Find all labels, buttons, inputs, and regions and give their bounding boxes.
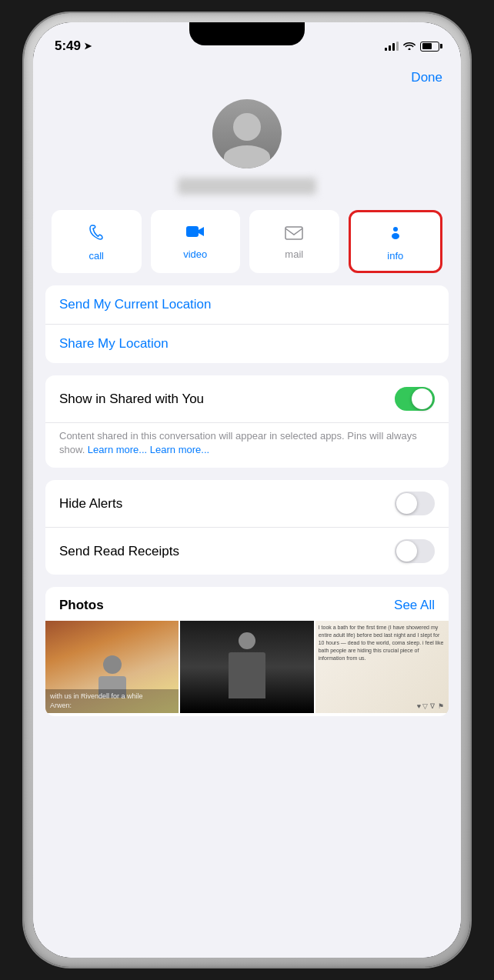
notch [189,22,305,45]
toggle-knob [412,388,432,409]
call-label: call [88,250,104,262]
info-label: info [387,250,403,262]
photos-grid: with us in Rivendell for a whileArwen: [45,621,449,716]
photos-title: Photos [59,598,104,613]
alerts-section: Hide Alerts Send Read Receipts [45,480,449,575]
mail-button[interactable]: mail [249,210,339,273]
send-read-receipts-knob [396,541,417,562]
status-icons [385,40,439,52]
done-button[interactable]: Done [411,70,442,85]
location-section: Send My Current Location Share My Locati… [45,285,449,363]
avatar-head [233,113,261,141]
svg-point-3 [392,233,399,239]
learn-more-text[interactable]: Learn more... [150,444,209,455]
battery-icon [420,42,439,52]
mail-label: mail [285,248,303,260]
send-location-row[interactable]: Send My Current Location [45,285,449,325]
hide-alerts-knob [396,493,417,514]
send-read-receipts-label: Send Read Receipts [59,544,179,559]
photo-caption-1: with us in Rivendell for a whileArwen: [50,692,174,710]
avatar-person-silhouette [212,99,282,168]
share-location-row[interactable]: Share My Location [45,325,449,363]
svg-rect-1 [285,227,302,239]
wifi-icon [403,40,416,52]
time-display: 5:49 [55,38,81,54]
phone-inner: 5:49 ➤ [33,22,461,958]
status-time: 5:49 ➤ [55,38,92,54]
video-label: video [183,248,207,260]
share-location-label: Share My Location [59,336,169,352]
hide-alerts-toggle[interactable] [395,492,435,515]
call-icon [87,223,105,246]
video-icon [185,225,205,245]
send-read-receipts-toggle[interactable] [395,539,435,563]
shared-with-you-description: Content shared in this conversation will… [45,423,449,468]
send-location-label: Send My Current Location [59,297,212,312]
info-button[interactable]: info [349,210,443,273]
shared-with-you-row: Show in Shared with You [45,375,449,423]
content-area: Done [33,61,461,958]
hide-alerts-label: Hide Alerts [59,496,122,512]
signal-icon [385,42,399,51]
action-buttons: call video [33,210,461,285]
shared-with-you-section: Show in Shared with You Content shared i… [45,375,449,468]
phone-frame: 5:49 ➤ [24,13,470,967]
send-read-receipts-row: Send Read Receipts [45,528,449,575]
info-icon [386,223,405,246]
avatar [212,99,282,168]
hide-alerts-row: Hide Alerts [45,480,449,528]
learn-more-link[interactable]: Learn more... [88,444,147,455]
svg-point-2 [393,227,398,232]
shared-with-you-toggle[interactable] [395,387,435,411]
location-arrow-icon: ➤ [84,41,92,52]
photos-header: Photos See All [45,587,449,621]
svg-rect-0 [186,226,199,237]
screen: 5:49 ➤ [33,22,461,958]
contact-name [178,178,316,195]
mail-icon [285,225,303,245]
contact-header [33,92,461,210]
photo-item-2[interactable] [180,621,313,713]
video-button[interactable]: video [151,210,241,273]
photos-see-all[interactable]: See All [394,598,435,613]
call-button[interactable]: call [52,210,142,273]
photo-item-1[interactable]: with us in Rivendell for a whileArwen: [45,621,179,713]
photo-item-3[interactable]: I took a bath for the first time (I have… [315,621,449,713]
done-row: Done [33,61,461,92]
avatar-body [224,145,270,168]
shared-with-you-label: Show in Shared with You [59,392,204,407]
photo-overlay-1: with us in Rivendell for a whileArwen: [45,689,179,713]
photos-section: Photos See All [45,587,449,716]
